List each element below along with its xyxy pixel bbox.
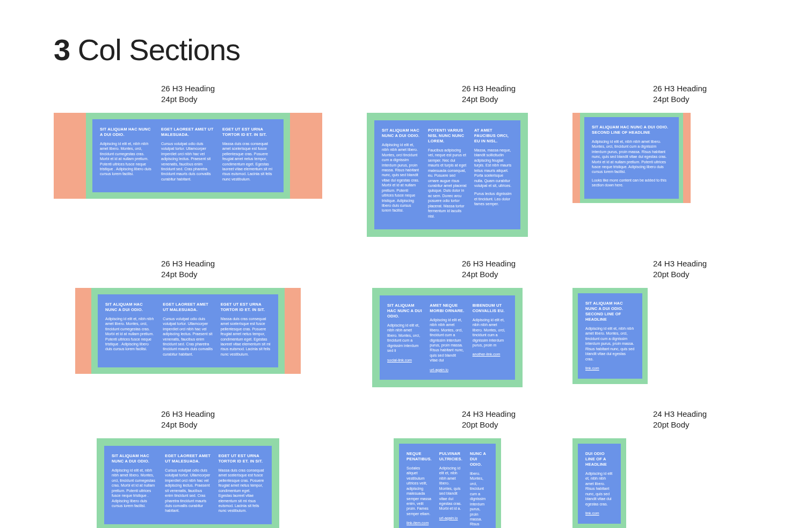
example-7: 26 H3 Heading24pt Body SIT ALIQUAM HAC N… [54,409,322,528]
example-5-outer: SIT ALIQUAM HAC NUNC A DUI ODIO.Adipisci… [372,288,523,388]
example-3: 26 H3 Heading24pt Body SIT ALIQUAM HAC N… [572,83,758,237]
example-8: 24 H3 Heading20pt Body NEQUE PENATIBUS.S… [354,409,540,528]
example-1-outer: SIT ALIQUAM HAC NUNC A DUI ODIO.Adipisci… [54,113,322,199]
example-2-label: 26 H3 Heading24pt Body [462,83,540,105]
example-8-outer: NEQUE PENATIBUS.Sodales aliquet vestibul… [394,438,501,528]
example-3-outer: SIT ALIQUAM HAC NUNC A DUI ODIO. SECOND … [572,113,691,203]
example-1-content: SIT ALIQUAM HAC NUNC A DUI ODIO.Adipisci… [92,119,284,193]
example-7-outer: SIT ALIQUAM HAC NUNC A DUI ODIO.Adipisci… [97,438,279,528]
example-7-label: 26 H3 Heading24pt Body [161,409,322,431]
example-6-label: 24 H3 Heading20pt Body [653,258,758,280]
example-9-label: 24 H3 Heading20pt Body [653,409,758,431]
link[interactable]: social-link.com [387,358,422,363]
page-title-rest: Col Sections [70,33,240,67]
page-title: 3 Col Sections [54,32,758,67]
link[interactable]: link.com [585,511,613,516]
link[interactable]: link-item.com [407,520,432,525]
link[interactable]: url-again.io [430,367,465,372]
example-6-outer: SIT ALIQUAM HAC NUNC A DUI ODIO. SECOND … [572,288,648,384]
link[interactable]: url-again.io [439,516,462,520]
example-1: 26 H3 Heading24pt Body SIT ALIQUAM HAC N… [54,83,322,237]
example-9: 24 H3 Heading20pt Body DUI ODIO LINE OF … [572,409,758,528]
link[interactable]: link.com [585,366,635,371]
examples-grid: 26 H3 Heading24pt Body SIT ALIQUAM HAC N… [54,83,758,528]
example-2-outer: SIT ALIQUAM HAC NUNC A DUI ODIO.Adipisci… [367,113,528,237]
example-4-outer: SIT ALIQUAM HAC NUNC A DUI ODIO.Adipisci… [75,288,301,374]
example-3-label: 26 H3 Heading24pt Body [653,83,758,105]
example-4-label: 26 H3 Heading24pt Body [161,258,322,280]
example-5: 26 H3 Heading24pt Body SIT ALIQUAM HAC N… [354,258,540,387]
example-5-label: 26 H3 Heading24pt Body [462,258,540,280]
example-6: 24 H3 Heading20pt Body SIT ALIQUAM HAC N… [572,258,758,387]
example-4: 26 H3 Heading24pt Body SIT ALIQUAM HAC N… [54,258,322,387]
page-title-bold: 3 [54,33,70,67]
example-9-outer: DUI ODIO LINE OF A HEADLINE Adipiscing i… [572,438,626,528]
example-1-label: 26 H3 Heading24pt Body [161,83,322,105]
example-8-label: 24 H3 Heading20pt Body [462,409,540,431]
example-2: 26 H3 Heading24pt Body SIT ALIQUAM HAC N… [354,83,540,237]
link[interactable]: another-link.com [473,352,508,357]
